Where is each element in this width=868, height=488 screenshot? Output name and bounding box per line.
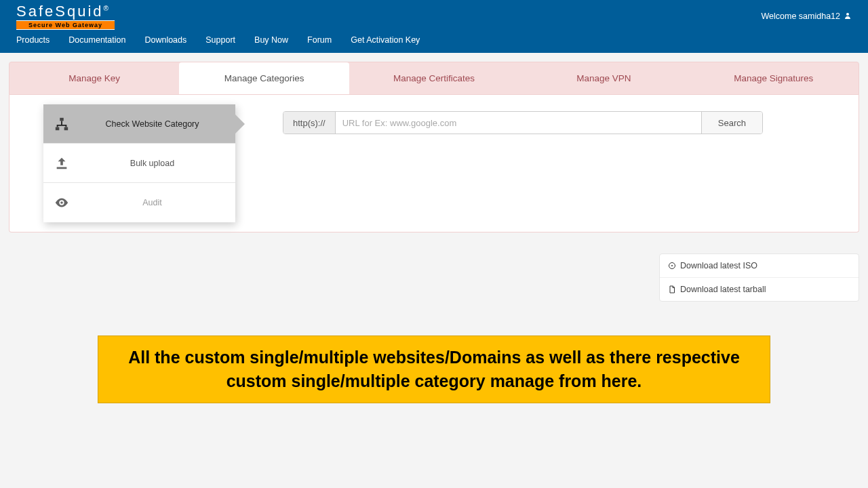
main-panel: Manage Key Manage Categories Manage Cert…: [0, 53, 868, 241]
logo-text: SafeSquid: [16, 3, 104, 20]
tab-manage-certificates[interactable]: Manage Certificates: [349, 62, 519, 94]
download-latest-tarball[interactable]: Download latest tarball: [660, 278, 859, 301]
sidebar-item-label: Audit: [96, 198, 235, 207]
nav-get-activation-key[interactable]: Get Activation Key: [351, 35, 420, 45]
svg-rect-3: [64, 127, 68, 130]
tab-manage-categories[interactable]: Manage Categories: [179, 62, 349, 94]
eye-icon: [54, 195, 69, 210]
search-button[interactable]: Search: [701, 112, 762, 134]
disc-icon: [668, 262, 676, 270]
download-label: Download latest tarball: [680, 285, 766, 294]
download-latest-iso[interactable]: Download latest ISO: [660, 254, 859, 278]
svg-rect-1: [60, 117, 64, 121]
svg-point-0: [846, 13, 849, 16]
nav-buy-now[interactable]: Buy Now: [254, 35, 288, 45]
nav-products[interactable]: Products: [16, 35, 50, 45]
sidebar-item-audit[interactable]: Audit: [43, 183, 235, 222]
top-bar: SafeSquid® Secure Web Gateway Welcome sa…: [0, 0, 868, 53]
tab-content: Check Website Category Bulk upload Audit…: [9, 95, 859, 232]
category-side-list: Check Website Category Bulk upload Audit: [43, 104, 235, 222]
welcome-user[interactable]: Welcome samidha12: [762, 12, 852, 21]
user-icon: [844, 12, 852, 21]
logo-registered: ®: [104, 5, 108, 12]
file-icon: [668, 285, 676, 293]
logo-tagline: Secure Web Gateway: [16, 20, 115, 30]
tabs-row: Manage Key Manage Categories Manage Cert…: [9, 62, 859, 95]
svg-rect-4: [57, 167, 67, 169]
url-input[interactable]: [336, 112, 701, 134]
welcome-text: Welcome samidha12: [762, 12, 841, 21]
tab-manage-vpn[interactable]: Manage VPN: [519, 62, 688, 94]
download-label: Download latest ISO: [680, 261, 757, 270]
nav-downloads[interactable]: Downloads: [144, 35, 186, 45]
downloads-box: Download latest ISO Download latest tarb…: [659, 253, 859, 302]
tab-manage-key[interactable]: Manage Key: [9, 62, 179, 94]
nav-support[interactable]: Support: [205, 35, 235, 45]
logo[interactable]: SafeSquid® Secure Web Gateway: [16, 3, 115, 30]
svg-point-7: [671, 265, 673, 266]
sidebar-item-label: Check Website Category: [96, 119, 235, 129]
tab-manage-signatures[interactable]: Manage Signatures: [689, 62, 859, 94]
main-nav: Products Documentation Downloads Support…: [16, 30, 852, 50]
sidebar-item-check-website-category[interactable]: Check Website Category: [43, 104, 235, 144]
sidebar-item-label: Bulk upload: [96, 159, 235, 168]
info-callout: All the custom single/multiple websites/…: [98, 336, 770, 403]
sidebar-item-bulk-upload[interactable]: Bulk upload: [43, 144, 235, 183]
svg-rect-2: [56, 127, 60, 130]
svg-point-5: [60, 201, 63, 204]
sitemap-icon: [54, 117, 69, 131]
url-search-bar: http(s):// Search: [283, 111, 763, 134]
scheme-label: http(s)://: [283, 112, 336, 134]
nav-documentation[interactable]: Documentation: [68, 35, 125, 45]
nav-forum[interactable]: Forum: [307, 35, 332, 45]
upload-icon: [54, 156, 69, 171]
